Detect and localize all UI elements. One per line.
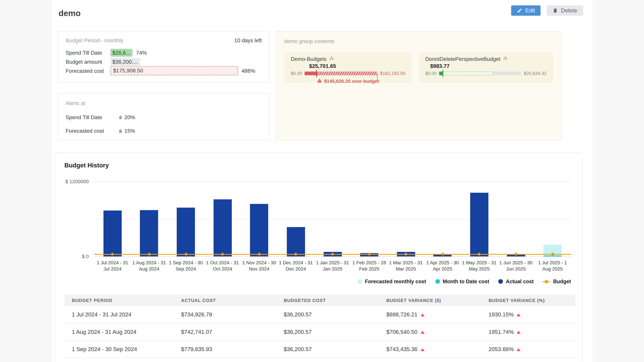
summary-section: Budget Period - monthly 10 days left Spe…: [52, 21, 592, 141]
edit-button[interactable]: Edit: [511, 5, 541, 16]
table-cell: $779,635.93: [174, 341, 276, 358]
table-cell: $36,200.57: [276, 306, 379, 323]
budget-history-chart: $ 1200000 $ 0: [94, 181, 571, 257]
content-column: demo Edit Delete: [52, 0, 592, 362]
budget-current-amount: $983.77: [430, 63, 450, 69]
budget-line-dot: [441, 253, 444, 256]
remaining-segment: [494, 71, 521, 75]
spend-till-date-row: Spend Till Date $26,6... 74%: [66, 48, 262, 57]
budget-line-dot: [331, 253, 334, 256]
page: demo Edit Delete: [0, 0, 644, 362]
bell-icon: [118, 128, 123, 133]
spend-segment: [304, 71, 316, 75]
legend-label: Actual cost: [506, 279, 534, 285]
budget-tile-demo-budgets[interactable]: Demo-Budgets $25,701.65 $0.00: [284, 52, 412, 83]
legend-dot-icon: [358, 279, 362, 284]
spend-till-date-percent: 74%: [136, 49, 147, 56]
table-cell: 1 Sep 2024 - 30 Sep 2024: [64, 341, 174, 358]
budget-history-card: Budget History $ 1200000 $ 0 1 Jul 2024 …: [55, 153, 582, 362]
forecast-segment: [442, 71, 493, 75]
x-axis-label: 1 Feb 2025 - 28 Feb 2025: [351, 260, 388, 272]
x-axis-label: 1 May 2025 - 31 May 2025: [461, 260, 498, 272]
table-header: ACTUAL COST: [174, 295, 276, 306]
x-axis-label: 1 Dec 2024 - 31 Dec 2024: [278, 260, 314, 272]
table-cell: $698,726.21: [379, 306, 481, 323]
alert-forecast-label: Forecasted cost: [66, 128, 118, 134]
pencil-icon: [517, 8, 522, 13]
spend-till-date-label: Spend Till Date: [66, 49, 110, 56]
table-cell: 1 Aug 2024 - 31 Aug 2024: [64, 323, 174, 341]
budget-amount-value: $36,200....: [110, 58, 140, 65]
up-triangle-icon: [420, 331, 424, 334]
table-header: BUDGET VARIANCE ($): [379, 295, 481, 306]
group-contents-title: demo group contents: [284, 38, 334, 44]
delete-button[interactable]: Delete: [547, 5, 583, 16]
forecasted-cost-label: Forecasted cost: [66, 67, 110, 74]
over-budget-label: $145,626.25 over budget: [324, 79, 379, 84]
bar-max-label: $161,192.50: [380, 71, 405, 76]
overage-segment: [316, 71, 378, 75]
days-left-label: 10 days left: [234, 37, 262, 43]
budget-history-table: BUDGET PERIODACTUAL COSTBUDGETED COSTBUD…: [64, 295, 575, 358]
table-header: BUDGET VARIANCE (%): [481, 295, 575, 306]
forecasted-cost-value: $175,908.50: [110, 66, 238, 75]
legend-dot-icon: [435, 279, 440, 284]
table-cell: 1930.15%: [481, 306, 575, 323]
bar-min-label: $0.00: [291, 71, 302, 76]
bar-max-label: $20,634.32: [524, 71, 546, 76]
table-cell: $36,200.57: [276, 323, 379, 341]
up-triangle-icon: [517, 348, 521, 351]
x-axis-label: 1 Jan 2025 - 31 Jan 2025: [314, 260, 351, 272]
legend-item-forecasted-monthly-cost[interactable]: Forecasted monthly cost: [358, 279, 426, 285]
x-axis-label: 1 Oct 2024 - 31 Oct 2024: [204, 260, 241, 272]
alert-row-spend: Spend Till Date 20%: [66, 114, 262, 120]
hierarchy-icon: [503, 56, 508, 62]
up-triangle-icon: [420, 313, 424, 316]
budget-tile-donotdelete[interactable]: DonotDeletePerspectiveBudget $983.77 $0.…: [418, 52, 553, 83]
chart-bar: [214, 199, 232, 257]
alert-spend-value: 20%: [124, 114, 135, 120]
table-cell: 1951.74%: [481, 323, 575, 341]
up-triangle-icon: [517, 331, 521, 334]
alert-spend-label: Spend Till Date: [66, 114, 118, 120]
legend-item-month-to-date-cost[interactable]: Month to Date cost: [435, 279, 489, 285]
budget-progress-bar: [439, 71, 521, 75]
x-axis-labels: 1 Jul 2024 - 31 Jul 20241 Aug 2024 - 31 …: [94, 260, 571, 272]
legend-dot-icon: [498, 279, 503, 284]
budget-period-title: Budget Period - monthly: [66, 37, 123, 43]
spend-segment: [439, 71, 442, 75]
budget-current-amount: $25,701.65: [309, 63, 336, 69]
table-row: 1 Sep 2024 - 30 Sep 2024$779,635.93$36,2…: [64, 341, 575, 358]
delete-button-label: Delete: [561, 7, 577, 13]
forecasted-cost-row: Forecasted cost $175,908.50 486%: [66, 66, 262, 75]
chart-bar: [544, 256, 562, 256]
table-row: 1 Aug 2024 - 31 Aug 2024$742,741.07$36,2…: [64, 323, 575, 341]
chart-bar: [470, 193, 488, 256]
chart-legend: Forecasted monthly costMonth to Date cos…: [94, 279, 571, 285]
up-triangle-icon: [420, 348, 424, 351]
edit-button-label: Edit: [525, 7, 535, 13]
bell-icon: [118, 115, 123, 120]
table-header: BUDGET PERIOD: [64, 295, 174, 306]
page-title: demo: [58, 9, 81, 18]
group-contents-card: demo group contents Demo-Budgets $25,701…: [276, 31, 562, 141]
legend-label: Budget: [553, 279, 571, 285]
alert-forecast-value: 15%: [124, 128, 135, 134]
chart-bar: [177, 208, 195, 256]
budget-period-card: Budget Period - monthly 10 days left Spe…: [58, 31, 270, 83]
chart-bar: [287, 227, 305, 256]
chart-bar: [140, 210, 158, 256]
y-axis-min-label: $ 0: [82, 254, 89, 259]
chart-bar: [250, 204, 268, 256]
table-cell: 1 Jul 2024 - 31 Jul 2024: [64, 306, 174, 323]
legend-item-budget[interactable]: Budget: [543, 279, 571, 285]
budget-tile-name: DonotDeletePerspectiveBudget: [425, 56, 500, 62]
budget-amount-row: Budget amount $36,200....: [66, 57, 262, 66]
page-header: demo Edit Delete: [52, 0, 592, 21]
hierarchy-icon: [329, 56, 334, 62]
legend-item-actual-cost[interactable]: Actual cost: [498, 279, 534, 285]
alerts-card: Alerts at Spend Till Date 20% Forecasted…: [58, 93, 270, 141]
budget-line-dot: [258, 253, 260, 256]
table-cell: $743,435.36: [379, 341, 481, 358]
budget-progress-bar: [304, 71, 378, 75]
